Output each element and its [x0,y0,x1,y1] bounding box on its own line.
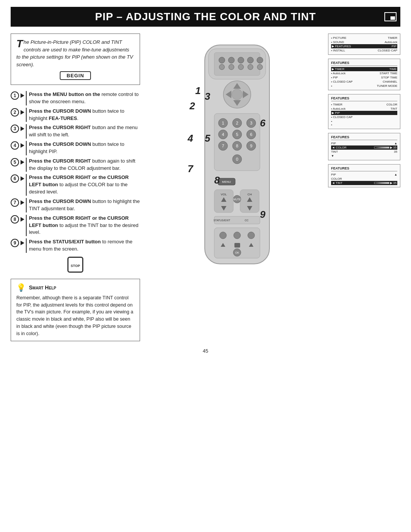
screen-panels: • PICTURETIMER • SOUNDAutoLock ▶ FEATURE… [328,34,400,187]
step-9-number: 9 [11,239,19,247]
svg-text:8: 8 [236,144,238,148]
features-autolock-1: • AutoLockSTART TIME [331,71,397,75]
svg-point-5 [238,57,244,63]
features-timer-highlighted: ▶ TIMERTIME [331,67,397,71]
intro-text: The Picture-in-Picture (PIP) COLOR and T… [16,38,134,68]
menu-row-sound: • SOUNDAutoLock [331,40,397,44]
left-column: The Picture-in-Picture (PIP) COLOR and T… [11,34,140,341]
pip-label-1: PIP▲ [331,141,397,145]
step-3-number: 3 [11,125,19,133]
step-2-bold: Press the CURSOR DOWN [29,108,91,114]
tint-row-1: TINT35 [331,150,397,154]
pip-title-2: FEATURES [331,166,397,171]
step-4-arrow [21,143,24,148]
step-overlay-7: 7 [188,163,193,175]
step-6-text: Press the CURSOR RIGHT or the CURSOR LEF… [26,174,140,196]
step-7-bold: Press the CURSOR DOWN [29,198,91,204]
step-2-text: Press the CURSOR DOWN button twice to hi… [26,108,140,122]
features-autolock-2: • AutoLockTINT [331,107,397,111]
page-title: PIP – Adjusting the Color and Tint [18,11,393,23]
pip-label-2: PIP▲ [331,173,397,177]
step-7: 7 Press the CURSOR DOWN button to highli… [11,198,140,212]
steps-list: 1 Press the MENU button on the remote co… [11,91,140,253]
svg-text:MENU: MENU [222,180,231,184]
step-5-bold: Press the CURSOR RIGHT [29,158,91,164]
svg-point-58 [248,232,255,239]
features-panel-1: FEATURES ▶ TIMERTIME • AutoLockSTART TIM… [328,59,400,90]
features-closedcap-2: • CLOSED CAP [331,115,397,119]
svg-text:CH: CH [247,193,252,196]
step-2: 2 Press the CURSOR DOWN button twice to … [11,108,140,122]
step-7-arrow [21,200,24,205]
features-closedcap-1: • CLOSED CAPCHANNEL [331,80,397,84]
menu-row-install: • INSTALLCLOSED CAP [331,48,397,53]
features-title-2: FEATURES [331,96,397,101]
step-4-text: Press the CURSOR DOWN button twice to hi… [26,141,140,155]
step-4: 4 Press the CURSOR DOWN button twice to … [11,141,140,155]
svg-point-4 [228,57,234,63]
svg-point-18 [232,89,242,100]
tint-bar [374,182,389,184]
step-8-bold: Press the CURSOR RIGHT or the CURSOR LEF… [29,215,129,228]
step-1: 1 Press the MENU button on the remote co… [11,91,140,105]
down-arrow-1: ▼ [331,154,397,158]
step-8-arrow [21,217,24,222]
svg-rect-2 [214,53,260,75]
step-1-bold: Press the MENU button on the [29,91,100,97]
step-6-arrow [21,176,24,181]
features-panel-2: FEATURES • TIMERCOLOR • AutoLockTINT ▶ P… [328,94,400,129]
step-9-arrow [21,241,24,245]
step-3-arrow [21,126,24,131]
remote-control-svg: 1 2 3 4 5 6 7 8 9 0 [184,41,290,270]
svg-point-8 [219,64,225,70]
intro-body: he Picture-in-Picture (PIP) COLOR and TI… [16,39,133,67]
features-tunermode: •TUNER MODE [331,84,397,88]
step-7-text: Press the CURSOR DOWN button to highligh… [26,198,140,212]
smart-help-label: Smart Help [29,284,56,291]
step-overlay-2: 2 [190,100,195,112]
smart-help-title: 💡 Smart Help [16,283,134,292]
step-5-text: Press the CURSOR RIGHT button again to s… [26,158,140,172]
tint-bar-row: ◄ TINT ▶ 35 [331,181,397,185]
svg-text:1: 1 [222,121,224,125]
svg-point-12 [257,64,263,70]
features-pip-highlighted: ▶ PIP [331,111,397,115]
pip-color-panel: FEATURES PIP▲ ◄ COLOR ▶ 35 TINT35 ▼ [328,133,400,160]
svg-point-10 [238,64,244,70]
drop-cap: T [16,38,23,49]
step-6-bold: Press the CURSOR RIGHT or the CURSOR LEF… [29,174,129,187]
svg-text:0: 0 [236,157,238,161]
features-pip-1: • PIPSTOP TIME [331,75,397,80]
svg-text:CC: CC [245,219,249,222]
color-row-2: COLOR [331,177,397,181]
step-3-text: Press the CURSOR RIGHT button and the me… [26,124,140,139]
menu-row-picture: • PICTURETIMER [331,36,397,40]
step-overlay-5: 5 [205,133,210,144]
step-6: 6 Press the CURSOR RIGHT or the CURSOR L… [11,174,140,196]
page-header: PIP – Adjusting the Color and Tint [11,7,400,27]
step-overlay-9: 9 [260,209,265,220]
step-2-number: 2 [11,108,19,117]
stop-icon: STOP [67,257,83,273]
svg-text:2: 2 [236,121,238,125]
step-overlay-6: 6 [260,117,265,129]
svg-point-3 [219,57,225,63]
right-column: • PICTURETIMER • SOUNDAutoLock ▶ FEATURE… [146,34,400,341]
step-6-number: 6 [11,174,19,183]
begin-button: BEGIN [60,71,91,80]
features-timer-2: • TIMERCOLOR [331,102,397,107]
page-number: 45 [0,348,411,358]
step-3: 3 Press the CURSOR RIGHT button and the … [11,124,140,139]
svg-text:OK: OK [235,251,239,254]
svg-point-11 [248,64,253,70]
svg-text:MUTE: MUTE [233,198,241,201]
step-9-bold: Press the STATUS/EXIT button [29,239,101,244]
svg-text:9: 9 [250,144,252,148]
svg-point-9 [229,64,234,70]
remote-wrapper: 1 2 3 4 5 6 7 8 9 [184,41,290,271]
svg-text:STATUS/EXIT: STATUS/EXIT [213,219,231,222]
svg-text:6: 6 [250,132,252,137]
step-5-arrow [21,160,24,165]
svg-text:VOL: VOL [221,193,227,196]
pip-title-1: FEATURES [331,135,397,140]
